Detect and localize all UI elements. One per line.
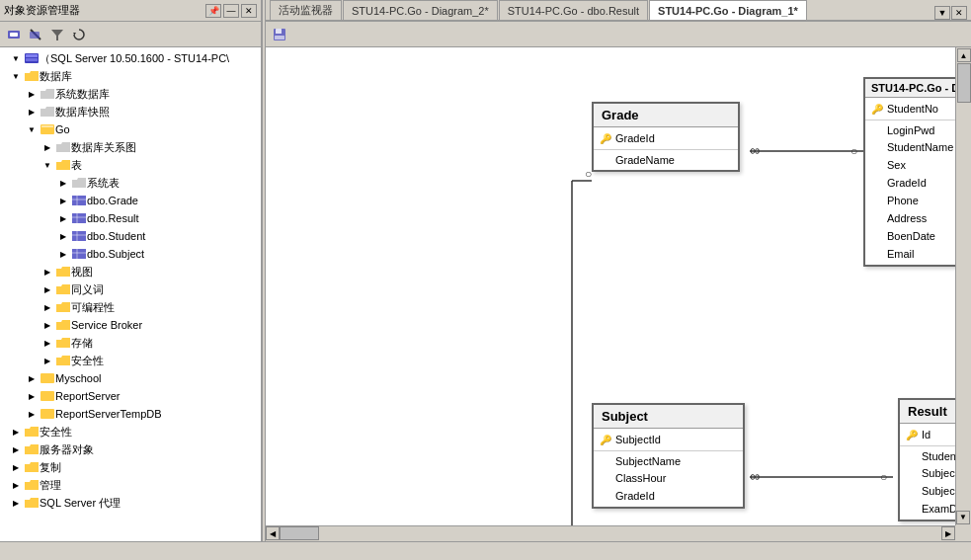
- subject-row-name: SubjectName: [594, 450, 743, 469]
- minimize-button[interactable]: —: [223, 4, 239, 18]
- expand-icon: ▶: [40, 299, 55, 315]
- key-icon: 🔑: [871, 104, 883, 115]
- svg-rect-28: [275, 36, 284, 40]
- diagram-scrollbar-h[interactable]: ◀ ▶: [266, 525, 955, 541]
- table-icon: [71, 210, 87, 226]
- svg-rect-7: [26, 54, 38, 57]
- tree-myschool[interactable]: ▶ Myschool: [0, 369, 261, 387]
- tree-subject-table[interactable]: ▶ dbo.Subject: [0, 245, 261, 263]
- tab-nav-button[interactable]: ▼: [934, 6, 950, 20]
- tree-replication[interactable]: ▶ 复制: [0, 458, 261, 476]
- tree-tables[interactable]: ▼ 表: [0, 156, 261, 174]
- svg-text:∞: ∞: [750, 468, 760, 484]
- tree-storage[interactable]: ▶ 存储: [0, 334, 261, 352]
- tree-sys-dbs[interactable]: ▶ 系统数据库: [0, 85, 261, 103]
- grade-label: dbo.Grade: [87, 195, 138, 206]
- folder-icon: [24, 495, 40, 511]
- tab-bar: 活动监视器 STU14-PC.Go - Diagram_2* STU14-PC.…: [266, 0, 971, 22]
- tree-server[interactable]: ▼ （SQL Server 10.50.1600 - STU14-PC\: [0, 49, 261, 67]
- tab-monitor[interactable]: 活动监视器: [270, 0, 342, 20]
- tree-student-table[interactable]: ▶ dbo.Student: [0, 227, 261, 245]
- subject-table-title: Subject: [602, 409, 648, 424]
- management-label: 管理: [40, 478, 61, 493]
- student-field-grade: GradeId: [887, 177, 927, 189]
- scroll-thumb-h[interactable]: [280, 526, 319, 540]
- reportserver-label: ReportServer: [55, 390, 120, 402]
- folder-icon: [24, 459, 40, 475]
- expand-icon: ▼: [8, 68, 24, 84]
- tree-sys-tables[interactable]: ▶ 系统表: [0, 174, 261, 192]
- refresh-button[interactable]: [69, 25, 89, 44]
- tree-reportserver[interactable]: ▶ ReportServer: [0, 387, 261, 405]
- tree-synonyms[interactable]: ▶ 同义词: [0, 280, 261, 298]
- object-tree[interactable]: ▼ （SQL Server 10.50.1600 - STU14-PC\ ▼ 数…: [0, 47, 261, 541]
- expand-icon: ▶: [55, 175, 71, 191]
- subject-field-id: SubjectId: [615, 434, 661, 445]
- student-field-boendate: BoenDate: [887, 230, 935, 242]
- tree-management[interactable]: ▶ 管理: [0, 476, 261, 494]
- folder-icon: [55, 317, 71, 333]
- expand-icon: ▶: [8, 459, 24, 475]
- tree-snapshots[interactable]: ▶ 数据库快照: [0, 103, 261, 120]
- grade-table-box[interactable]: Grade 🔑 GradeId GradeName: [592, 102, 740, 172]
- security-label: 安全性: [40, 425, 72, 440]
- scroll-up-btn[interactable]: ▲: [957, 48, 971, 62]
- status-bar: [0, 541, 971, 560]
- tab-close-button[interactable]: ✕: [951, 6, 967, 20]
- tab-diagram2[interactable]: STU14-PC.Go - Diagram_2*: [343, 0, 498, 20]
- tree-views[interactable]: ▶ 视图: [0, 263, 261, 280]
- subject-table-header: Subject: [594, 405, 743, 429]
- tree-reportservertempdb[interactable]: ▶ ReportServerTempDB: [0, 405, 261, 423]
- object-explorer-panel: 对象资源管理器 📌 — ✕: [0, 0, 262, 541]
- tree-service-broker[interactable]: ▶ Service Broker: [0, 316, 261, 334]
- tree-databases[interactable]: ▼ 数据库: [0, 67, 261, 85]
- tab-result[interactable]: STU14-PC.Go - dbo.Result: [499, 0, 648, 20]
- scroll-down-btn[interactable]: ▼: [956, 511, 970, 524]
- main-container: 对象资源管理器 📌 — ✕: [0, 0, 971, 560]
- tree-programmability[interactable]: ▶ 可编程性: [0, 298, 261, 316]
- diagram-canvas[interactable]: ∞ ○ ∞ ○ ∞ ○: [266, 47, 971, 541]
- programmability-label: 可编程性: [71, 300, 115, 315]
- save-button[interactable]: [270, 25, 289, 44]
- tree-result-table[interactable]: ▶ dbo.Result: [0, 209, 261, 227]
- scroll-right-btn[interactable]: ▶: [941, 526, 955, 540]
- scroll-left-btn[interactable]: ◀: [266, 526, 280, 540]
- tree-grade-table[interactable]: ▶ dbo.Grade: [0, 192, 261, 209]
- tree-sql-agent[interactable]: ▶ SQL Server 代理: [0, 494, 261, 512]
- tree-diagrams[interactable]: ▶ 数据库关系图: [0, 138, 261, 156]
- folder-icon: [55, 157, 71, 173]
- expand-icon: ▼: [8, 50, 24, 66]
- expand-icon: ▶: [40, 139, 55, 155]
- grade-table-rows: 🔑 GradeId GradeName: [594, 127, 738, 170]
- diagram-scrollbar-v[interactable]: ▲ ▼: [955, 47, 971, 525]
- subject-field-grade: GradeId: [615, 490, 655, 502]
- expand-icon: ▶: [40, 317, 55, 333]
- connect-button[interactable]: [4, 25, 24, 44]
- subject-table-box[interactable]: Subject 🔑 SubjectId SubjectName: [592, 403, 745, 509]
- expand-icon: ▶: [8, 495, 24, 511]
- synonyms-label: 同义词: [71, 282, 104, 297]
- result-table-title: Result: [908, 404, 947, 419]
- student-field-sex: Sex: [887, 159, 906, 171]
- tab-diagram2-label: STU14-PC.Go - Diagram_2*: [352, 5, 489, 17]
- tree-go-db[interactable]: ▼ Go: [0, 120, 261, 138]
- pin-button[interactable]: 📌: [205, 4, 221, 18]
- student-label: dbo.Student: [87, 230, 145, 242]
- svg-rect-1: [10, 33, 18, 37]
- folder-icon: [40, 104, 55, 120]
- reportservertempdb-label: ReportServerTempDB: [55, 408, 162, 420]
- tab-diagram1[interactable]: STU14-PC.Go - Diagram_1*: [649, 0, 807, 20]
- table-icon: [71, 246, 87, 262]
- filter-button[interactable]: [47, 25, 67, 44]
- grade-row-pk: 🔑 GradeId: [594, 129, 738, 147]
- scroll-thumb-v[interactable]: [957, 63, 971, 103]
- tree-security-go[interactable]: ▶ 安全性: [0, 352, 261, 369]
- svg-rect-11: [72, 196, 86, 205]
- close-button[interactable]: ✕: [241, 4, 257, 18]
- tree-security[interactable]: ▶ 安全性: [0, 423, 261, 440]
- svg-text:∞: ∞: [750, 142, 760, 158]
- disconnect-button[interactable]: [26, 25, 45, 44]
- tree-server-objects[interactable]: ▶ 服务器对象: [0, 440, 261, 458]
- folder-icon: [55, 281, 71, 297]
- server-objects-label: 服务器对象: [40, 442, 94, 457]
